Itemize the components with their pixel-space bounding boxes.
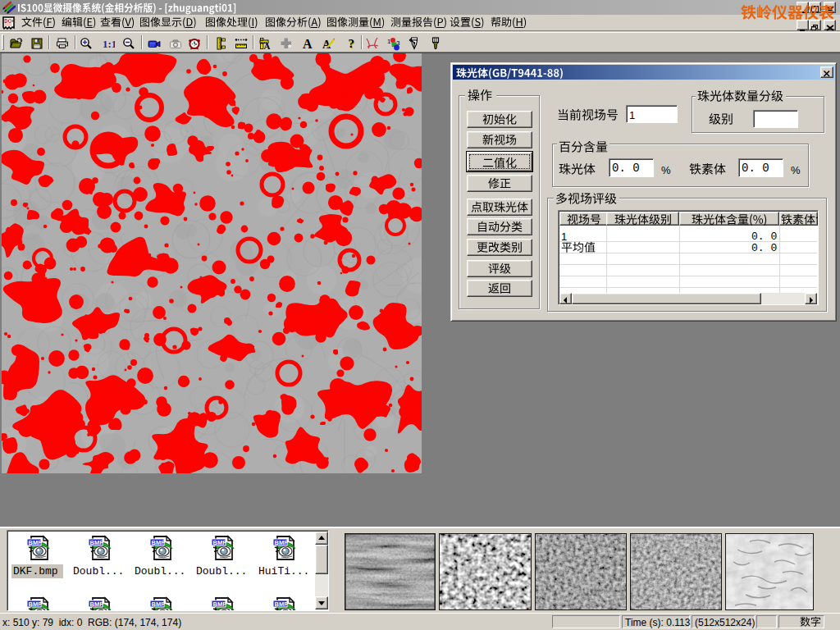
svg-text:BMP: BMP [275, 600, 289, 608]
svg-text:?: ? [349, 37, 355, 50]
svg-text:1:1: 1:1 [103, 38, 115, 50]
svg-text:1: 1 [387, 38, 391, 45]
svg-text:BMP: BMP [275, 539, 289, 546]
svg-text:BMP: BMP [29, 539, 43, 546]
svg-text:BMP: BMP [90, 600, 104, 608]
svg-text:A: A [263, 41, 270, 50]
svg-text:BMP: BMP [213, 600, 227, 608]
svg-text:A: A [303, 37, 313, 50]
svg-text:BMP: BMP [213, 539, 227, 546]
svg-text:BMP: BMP [152, 539, 166, 546]
svg-text:BMP: BMP [90, 539, 104, 546]
svg-text:BMP: BMP [152, 600, 166, 608]
svg-text:BMP: BMP [29, 600, 43, 608]
